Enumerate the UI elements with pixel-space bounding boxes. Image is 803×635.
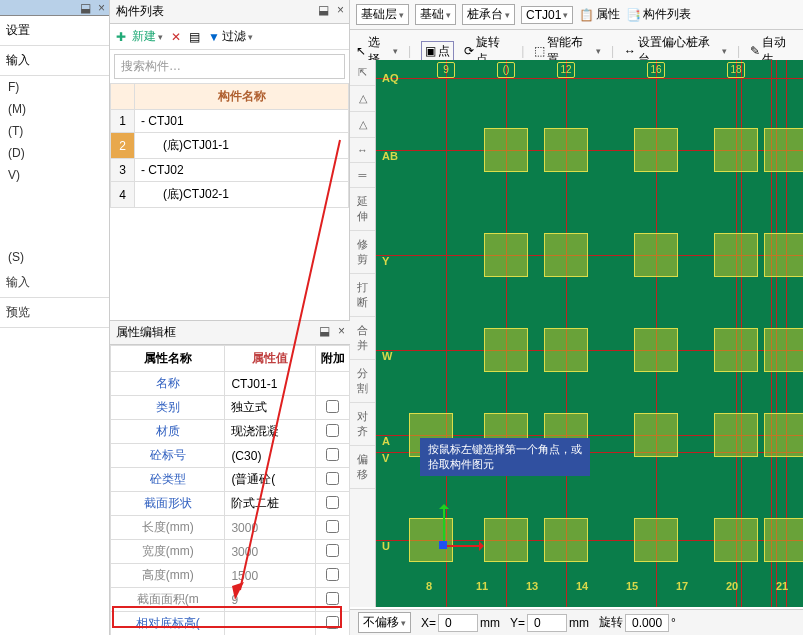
addon-checkbox[interactable] — [326, 424, 339, 437]
addon-checkbox[interactable] — [326, 616, 339, 629]
vtool-align[interactable]: 对齐 — [350, 403, 375, 446]
bottom-input[interactable]: 输入 — [0, 268, 109, 298]
table-row: 4(底)CTJ02-1 — [111, 182, 349, 208]
left-item[interactable]: (D) — [0, 142, 109, 164]
filter-button[interactable]: ▼过滤▾ — [208, 28, 253, 45]
vtool-btn[interactable]: ↔ — [350, 138, 375, 163]
addon-checkbox[interactable] — [326, 544, 339, 557]
prop-button[interactable]: 📋属性 — [579, 6, 620, 23]
vtool-btn[interactable]: ═ — [350, 163, 375, 188]
prop-panel-header: 属性编辑框 ⬓ × — [110, 321, 350, 345]
vtool-split[interactable]: 分割 — [350, 360, 375, 403]
vtool-offset[interactable]: 偏移 — [350, 446, 375, 489]
drawing-canvas[interactable]: ⇱ △ △ ↔ ═ 延伸 修剪 打断 合并 分割 对齐 偏移 {"cols":[… — [350, 60, 803, 607]
search-input[interactable]: 搜索构件… — [114, 54, 345, 79]
offset-mode[interactable]: 不偏移▾ — [358, 612, 411, 633]
section-input: 输入 — [0, 46, 109, 76]
layer-select[interactable]: 基础层▾ — [356, 4, 409, 25]
vtool-break[interactable]: 打断 — [350, 274, 375, 317]
category-select[interactable]: 基础▾ — [415, 4, 456, 25]
addon-checkbox[interactable] — [326, 472, 339, 485]
section-settings: 设置 — [0, 16, 109, 46]
point-tool[interactable]: ▣点 — [421, 41, 454, 62]
vtool-merge[interactable]: 合并 — [350, 317, 375, 360]
copy-icon[interactable]: ▤ — [189, 30, 200, 44]
x-field[interactable]: 0 — [438, 614, 478, 632]
table-row: 2(底)CTJ01-1 — [111, 133, 349, 159]
left-item[interactable]: (T) — [0, 120, 109, 142]
vtool-btn[interactable]: ⇱ — [350, 60, 375, 86]
comp-select[interactable]: CTJ01▾ — [521, 6, 573, 24]
table-row: 3- CTJ02 — [111, 159, 349, 182]
new-button[interactable]: ✚新建▾ — [116, 28, 163, 45]
addon-checkbox[interactable] — [326, 448, 339, 461]
pin-icon[interactable]: ⬓ — [80, 1, 91, 15]
type-select[interactable]: 桩承台▾ — [462, 4, 515, 25]
addon-checkbox[interactable] — [326, 592, 339, 605]
hint-tooltip: 按鼠标左键选择第一个角点，或拾取构件图元 — [420, 438, 590, 476]
vtool-btn[interactable]: △ — [350, 112, 375, 138]
bottom-preview[interactable]: 预览 — [0, 298, 109, 328]
y-field[interactable]: 0 — [527, 614, 567, 632]
delete-icon[interactable]: ✕ — [171, 30, 181, 44]
pin-icon[interactable]: ⬓ — [318, 3, 329, 17]
addon-checkbox[interactable] — [326, 568, 339, 581]
table-row: 1- CTJ01 — [111, 110, 349, 133]
left-item[interactable]: F) — [0, 76, 109, 98]
vtool-extend[interactable]: 延伸 — [350, 188, 375, 231]
rot-field[interactable]: 0.000 — [625, 614, 669, 632]
addon-checkbox[interactable] — [326, 520, 339, 533]
vtool-btn[interactable]: △ — [350, 86, 375, 112]
left-item[interactable]: (M) — [0, 98, 109, 120]
addon-checkbox[interactable] — [326, 400, 339, 413]
col-header: 构件名称 — [135, 84, 349, 110]
left-item[interactable]: (S) — [0, 246, 109, 268]
close-icon[interactable]: × — [98, 1, 105, 15]
pin-icon[interactable]: ⬓ — [319, 324, 330, 338]
vtool-trim[interactable]: 修剪 — [350, 231, 375, 274]
component-list-header: 构件列表 ⬓ × — [110, 0, 349, 24]
list-button[interactable]: 📑构件列表 — [626, 6, 691, 23]
addon-checkbox[interactable] — [326, 496, 339, 509]
close-icon[interactable]: × — [337, 3, 344, 17]
close-icon[interactable]: × — [338, 324, 345, 338]
left-item[interactable]: V) — [0, 164, 109, 186]
